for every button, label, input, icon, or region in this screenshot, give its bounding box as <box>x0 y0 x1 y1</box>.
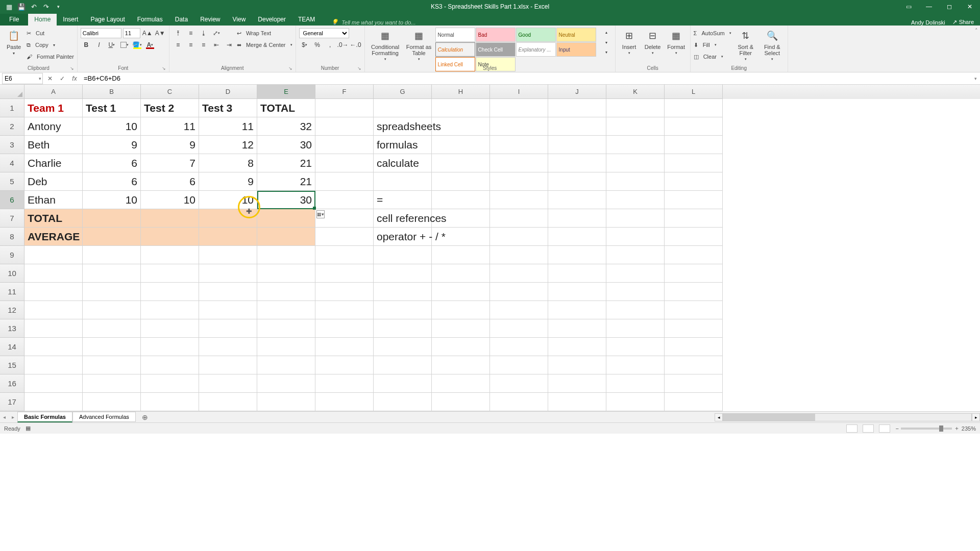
cell-J5[interactable] <box>548 172 606 191</box>
cell-A16[interactable] <box>24 374 83 393</box>
cell-L9[interactable] <box>665 246 723 264</box>
close-icon[interactable]: ✕ <box>960 0 980 13</box>
cell-B11[interactable] <box>83 283 141 301</box>
cell-I15[interactable] <box>490 356 548 374</box>
clear-button[interactable]: ◫ Clear ▾ <box>694 51 731 62</box>
cell-H15[interactable] <box>432 356 490 374</box>
dialog-launcher-icon[interactable]: ↘ <box>288 66 292 71</box>
cell-D12[interactable] <box>199 301 257 319</box>
cell-B1[interactable]: Test 1 <box>83 99 141 117</box>
cell-A2[interactable]: Antony <box>24 117 83 136</box>
cell-D6[interactable]: 10 <box>199 191 257 209</box>
cell-E12[interactable] <box>257 301 315 319</box>
cell-D3[interactable]: 12 <box>199 136 257 154</box>
col-header-C[interactable]: C <box>141 85 199 99</box>
cell-G4[interactable]: calculate <box>374 154 432 172</box>
maximize-icon[interactable]: ◻ <box>939 0 960 13</box>
scroll-right-icon[interactable]: ▸ <box>972 413 980 421</box>
cell-K8[interactable] <box>606 228 665 246</box>
row-header-16[interactable]: 16 <box>0 374 24 393</box>
cell-E13[interactable] <box>257 319 315 338</box>
row-header-10[interactable]: 10 <box>0 264 24 283</box>
increase-indent-icon[interactable]: ⇥ <box>224 40 235 50</box>
col-header-K[interactable]: K <box>606 85 665 99</box>
sheet-nav-prev-icon[interactable]: ◂ <box>0 414 9 420</box>
cell-F9[interactable] <box>315 246 374 264</box>
autofill-options-icon[interactable]: ▦▾ <box>316 210 325 218</box>
cell-H9[interactable] <box>432 246 490 264</box>
col-header-L[interactable]: L <box>665 85 723 99</box>
cell-I6[interactable] <box>490 191 548 209</box>
cell-A17[interactable] <box>24 393 83 411</box>
col-header-I[interactable]: I <box>490 85 548 99</box>
cell-K6[interactable] <box>606 191 665 209</box>
zoom-slider-thumb[interactable] <box>939 425 943 432</box>
cell-B15[interactable] <box>83 356 141 374</box>
tab-insert[interactable]: Insert <box>57 14 84 26</box>
row-header-12[interactable]: 12 <box>0 301 24 319</box>
cell-L13[interactable] <box>665 319 723 338</box>
col-header-J[interactable]: J <box>548 85 606 99</box>
align-bottom-icon[interactable]: ⭳ <box>198 28 209 38</box>
cell-F5[interactable] <box>315 172 374 191</box>
cell-K12[interactable] <box>606 301 665 319</box>
row-header-15[interactable]: 15 <box>0 356 24 374</box>
cell-H14[interactable] <box>432 338 490 356</box>
style-good[interactable]: Good <box>516 28 556 42</box>
view-page-layout-icon[interactable] <box>863 424 874 433</box>
select-all-corner[interactable] <box>0 85 24 99</box>
cell-J13[interactable] <box>548 319 606 338</box>
share-button[interactable]: ↗Share <box>952 19 974 26</box>
cell-G2[interactable]: spreadsheets <box>374 117 432 136</box>
col-header-E[interactable]: E <box>257 85 315 99</box>
cell-F15[interactable] <box>315 356 374 374</box>
expand-formula-bar-icon[interactable]: ▾ <box>971 76 980 81</box>
cell-B10[interactable] <box>83 264 141 283</box>
cell-H16[interactable] <box>432 374 490 393</box>
cell-K11[interactable] <box>606 283 665 301</box>
style-check-cell[interactable]: Check Cell <box>476 42 516 57</box>
cell-K14[interactable] <box>606 338 665 356</box>
cell-L1[interactable] <box>665 99 723 117</box>
cell-I9[interactable] <box>490 246 548 264</box>
cell-E4[interactable]: 21 <box>257 154 315 172</box>
row-header-4[interactable]: 4 <box>0 154 24 172</box>
cell-H6[interactable] <box>432 191 490 209</box>
cell-I14[interactable] <box>490 338 548 356</box>
tab-view[interactable]: View <box>227 14 252 26</box>
zoom-level[interactable]: 235% <box>962 425 976 432</box>
cell-C4[interactable]: 7 <box>141 154 199 172</box>
row-header-7[interactable]: 7 <box>0 209 24 228</box>
align-right-icon[interactable]: ≡ <box>198 40 209 50</box>
cell-A3[interactable]: Beth <box>24 136 83 154</box>
cell-I7[interactable] <box>490 209 548 228</box>
cell-H12[interactable] <box>432 301 490 319</box>
cell-I13[interactable] <box>490 319 548 338</box>
dialog-launcher-icon[interactable]: ↘ <box>70 66 74 71</box>
row-header-6[interactable]: 6 <box>0 191 24 209</box>
align-center-icon[interactable]: ≡ <box>185 40 197 50</box>
cell-F2[interactable] <box>315 117 374 136</box>
cell-E10[interactable] <box>257 264 315 283</box>
cell-L5[interactable] <box>665 172 723 191</box>
cell-F11[interactable] <box>315 283 374 301</box>
name-box[interactable]: E6 ▾ <box>2 73 43 84</box>
cell-H10[interactable] <box>432 264 490 283</box>
cell-J15[interactable] <box>548 356 606 374</box>
cell-J2[interactable] <box>548 117 606 136</box>
orientation-icon[interactable]: ⤢▾ <box>211 28 222 38</box>
cell-E7[interactable] <box>257 209 315 228</box>
cell-A10[interactable] <box>24 264 83 283</box>
cell-G11[interactable] <box>374 283 432 301</box>
cell-C2[interactable]: 11 <box>141 117 199 136</box>
tab-page-layout[interactable]: Page Layout <box>84 14 131 26</box>
cell-F12[interactable] <box>315 301 374 319</box>
cell-E15[interactable] <box>257 356 315 374</box>
cell-I11[interactable] <box>490 283 548 301</box>
cell-G8[interactable]: operator + - / * <box>374 228 432 246</box>
cell-C8[interactable] <box>141 228 199 246</box>
cell-E16[interactable] <box>257 374 315 393</box>
cell-A5[interactable]: Deb <box>24 172 83 191</box>
cell-H3[interactable] <box>432 136 490 154</box>
cell-A13[interactable] <box>24 319 83 338</box>
